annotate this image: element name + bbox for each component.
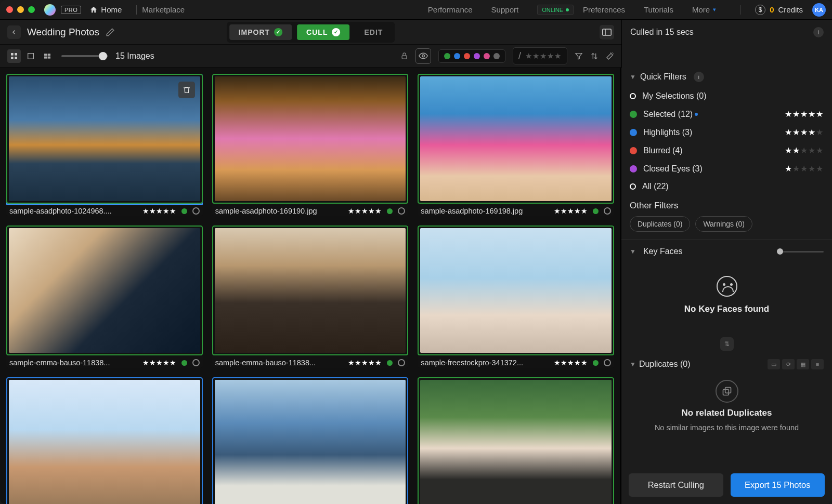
rating-filter[interactable]: / ★★★★★ (513, 47, 567, 64)
nav-performance[interactable]: Performance (428, 5, 473, 14)
selection-ring[interactable] (192, 207, 200, 215)
nav-support[interactable]: Support (491, 5, 519, 14)
filter-row[interactable]: Blurred (4)★★★★★ (630, 141, 824, 160)
rating-stars[interactable]: ★★★★★ (348, 207, 382, 215)
dup-view-3[interactable]: ▦ (797, 359, 809, 369)
nav-tutorials[interactable]: Tutorials (644, 5, 673, 14)
thumbnail[interactable] (9, 380, 200, 504)
magic-button[interactable] (606, 52, 614, 60)
image-card[interactable]: sample-freestockpro-341372...★★★★★ (418, 226, 614, 368)
face-size-slider[interactable] (777, 251, 824, 253)
filter-row[interactable]: Highlights (3)★★★★★ (630, 123, 824, 141)
collapse-section-button[interactable]: ⇅ (720, 337, 734, 351)
thumbnail[interactable] (215, 76, 406, 201)
filter-label: Blurred (4) (643, 146, 683, 155)
thumbnail[interactable] (215, 228, 406, 353)
image-card[interactable]: sample-emma-bauso-11838...★★★★★ (212, 226, 409, 368)
tab-import[interactable]: IMPORT✓ (229, 24, 292, 40)
avatar[interactable]: KA (812, 3, 826, 17)
credits[interactable]: $ 0 Credits (755, 5, 803, 15)
rating-stars[interactable]: ★★★★★ (554, 359, 588, 367)
nav-more[interactable]: More▾ (692, 5, 716, 14)
color-dot-purple[interactable] (474, 53, 480, 59)
color-filter-dots[interactable] (438, 49, 505, 63)
color-dot-pink[interactable] (484, 53, 490, 59)
image-card[interactable]: sample-asadphoto-1024968....★★★★★ (6, 74, 203, 216)
filter-button[interactable] (575, 52, 583, 60)
toggle-panel-button[interactable] (600, 25, 614, 39)
selection-ring[interactable] (192, 359, 200, 366)
filter-row[interactable]: Closed Eyes (3)★★★★★ (630, 160, 824, 178)
thumbnail[interactable] (420, 76, 612, 201)
image-card[interactable] (418, 377, 614, 504)
color-dot-grey[interactable] (493, 53, 500, 59)
chevron-left-icon (11, 29, 17, 35)
nav-home[interactable]: Home (89, 5, 122, 14)
filter-row[interactable]: My Selections (0) (630, 87, 824, 105)
collapse-sidebar-button[interactable] (7, 25, 21, 39)
selection-ring[interactable] (398, 359, 405, 366)
sort-button[interactable] (590, 52, 599, 60)
dup-view-1[interactable]: ▭ (768, 359, 780, 369)
tab-cull[interactable]: CULL✓ (297, 24, 349, 40)
rating-stars[interactable]: ★★★★★ (554, 207, 588, 215)
thumbnail[interactable] (420, 380, 612, 504)
warnings-chip[interactable]: Warnings (0) (695, 216, 752, 232)
image-card[interactable] (212, 377, 409, 504)
view-compare-button[interactable] (41, 49, 54, 63)
selection-ring[interactable] (604, 207, 611, 215)
restart-culling-button[interactable]: Restart Culling (629, 473, 723, 497)
thumbnail[interactable] (420, 228, 612, 353)
filter-row[interactable]: Selected (12)★★★★★ (630, 105, 824, 123)
image-card[interactable] (6, 377, 203, 504)
color-label[interactable] (593, 360, 599, 366)
lock-button[interactable] (400, 51, 408, 60)
rename-album-button[interactable] (106, 28, 115, 37)
file-name: sample-asadphoto-1024968.... (9, 207, 137, 215)
thumbnail[interactable] (215, 380, 406, 504)
color-label[interactable] (593, 208, 599, 214)
thumbnail-size-slider[interactable] (61, 55, 108, 57)
thumbnail[interactable] (9, 228, 200, 353)
view-single-button[interactable] (24, 49, 37, 63)
color-dot-green[interactable] (444, 53, 450, 59)
filter-row[interactable]: All (22) (630, 178, 824, 195)
selection-ring[interactable] (398, 207, 405, 215)
nav-preferences[interactable]: Preferences (583, 5, 625, 14)
image-card[interactable]: sample-emma-bauso-11838...★★★★★ (6, 226, 203, 368)
duplicates-chip[interactable]: Duplicates (0) (630, 216, 690, 232)
color-label[interactable] (387, 208, 393, 214)
trash-icon (183, 86, 191, 94)
dup-view-2[interactable]: ⟳ (782, 359, 795, 369)
image-card[interactable]: sample-asadphoto-169190.jpg★★★★★ (212, 74, 409, 216)
info-button[interactable]: i (813, 27, 824, 37)
svg-rect-11 (402, 56, 407, 59)
preview-toggle[interactable] (415, 48, 431, 64)
rating-stars[interactable]: ★★★★★ (142, 207, 176, 215)
tab-edit[interactable]: EDIT (355, 24, 392, 40)
image-grid-area[interactable]: sample-asadphoto-1024968....★★★★★sample-… (0, 68, 621, 504)
dup-view-4[interactable]: ≡ (811, 359, 824, 369)
minimize-window[interactable] (17, 6, 24, 13)
app-logo[interactable] (44, 4, 56, 16)
quick-filters-header[interactable]: ▼ Quick Filters i (630, 72, 824, 82)
rating-stars[interactable]: ★★★★★ (348, 359, 382, 367)
color-label[interactable] (181, 208, 187, 214)
color-dot-red[interactable] (464, 53, 470, 59)
view-grid-button[interactable] (7, 49, 21, 63)
color-label[interactable] (181, 360, 187, 366)
delete-button[interactable] (178, 82, 195, 98)
coin-icon: $ (755, 5, 765, 15)
close-window[interactable] (6, 6, 13, 13)
color-dot-blue[interactable] (454, 53, 460, 59)
no-duplicates-title: No related Duplicates (682, 408, 772, 418)
image-card[interactable]: sample-asadphoto-169198.jpg★★★★★ (418, 74, 614, 216)
rating-stars[interactable]: ★★★★★ (142, 359, 176, 367)
nav-marketplace[interactable]: Marketplace (142, 5, 185, 14)
export-photos-button[interactable]: Export 15 Photos (731, 473, 825, 497)
selection-ring[interactable] (604, 359, 611, 366)
color-label[interactable] (387, 360, 393, 366)
info-icon[interactable]: i (694, 72, 704, 82)
thumbnail[interactable] (9, 76, 200, 201)
maximize-window[interactable] (28, 6, 35, 13)
